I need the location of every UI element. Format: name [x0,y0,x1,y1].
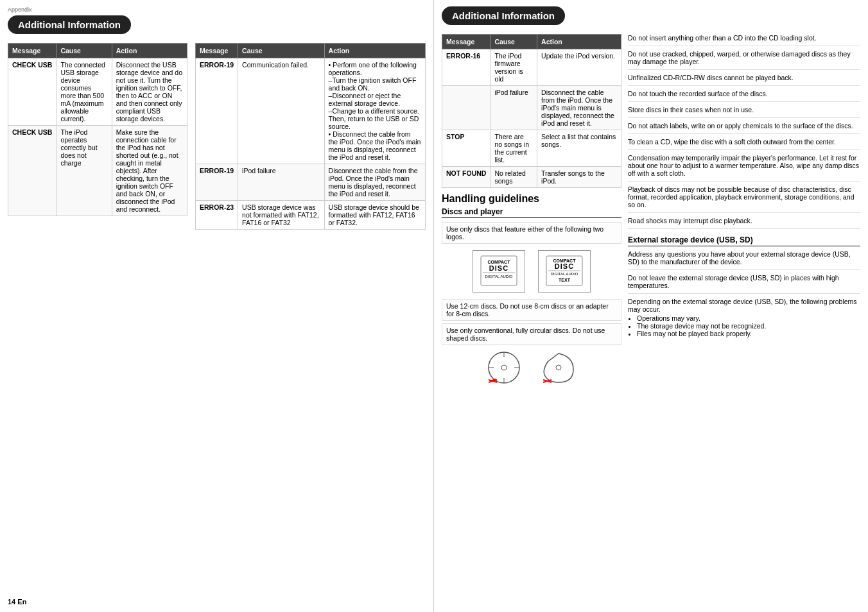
msg-action: USB storage device should be formatted w… [324,201,425,230]
note-store-cases: Store discs in their cases when not in u… [628,106,860,118]
svg-text:TEXT: TEXT [559,278,571,282]
msg-cause: The iPod operates correctly but does not… [56,126,112,216]
msg-key: ERROR-19 [196,164,238,201]
msg-key: NOT FOUND [442,167,490,188]
msg-action: Select a list that contains songs. [537,130,621,167]
note-condensation: Condensation may temporarily impair the … [628,154,860,182]
msg-key: CHECK USB [8,126,56,216]
note-recorded-surface: Do not touch the recorded surface of the… [628,90,860,102]
col-cause: Cause [490,35,537,49]
msg-cause: USB storage device was not formatted wit… [238,201,325,230]
note-clean-cd: To clean a CD, wipe the disc with a soft… [628,138,860,150]
msg-cause: No related songs [490,167,537,188]
svg-point-12 [501,365,507,370]
table-row: ERROR-19 Communication failed. • Perform… [196,58,426,164]
left-table-2: Message Cause Action ERROR-19 Communicat… [195,43,426,230]
col-cause: Cause [56,44,112,58]
msg-cause: iPod failure [238,164,325,201]
shaped-discs-row [442,350,621,386]
svg-text:COMPACT: COMPACT [488,260,511,264]
discs-intro: Use only discs that feature either of th… [442,222,621,244]
right-notes-column: Do not insert anything other than a CD i… [628,34,860,391]
left-table-1: Message Cause Action CHECK USB The conne… [8,43,187,230]
left-page: Appendix Additional Information Message … [0,0,434,612]
note-cd-slot: Do not insert anything other than a CD i… [628,34,860,46]
page-number: 14 En [8,598,26,606]
compact-disc-svg-2: COMPACT DISC DIGITAL AUDIO TEXT [545,255,584,287]
note-ext-problems: Depending on the external storage device… [628,298,860,341]
table-row: iPod failure Disconnect the cable from t… [442,86,621,130]
msg-key [442,86,490,130]
msg-cause: There are no songs in the current list. [490,130,537,167]
svg-text:DIGITAL AUDIO: DIGITAL AUDIO [485,275,512,278]
handling-guidelines-section: Handling guidelines Discs and player Use… [442,193,621,386]
discs-player-subtitle: Discs and player [442,207,621,218]
msg-action: Disconnect the USB storage device and do… [112,58,187,126]
table-row: ERROR-19 iPod failure Disconnect the cab… [196,164,426,201]
col-action: Action [324,44,425,58]
disc-logos-row: COMPACT DISC DIGITAL AUDIO COMPACT DISC [442,250,621,293]
right-left-column: Message Cause Action ERROR-16 The iPod f… [442,34,621,391]
col-cause: Cause [238,44,325,58]
table-row: ERROR-16 The iPod firmware version is ol… [442,49,621,86]
msg-key: ERROR-19 [196,58,238,164]
note-ext-questions: Address any questions you have about you… [628,250,860,270]
right-section-header: Additional Information [442,6,565,25]
msg-action: Update the iPod version. [537,49,621,86]
msg-key: ERROR-16 [442,49,490,86]
table-row: ERROR-23 USB storage device was not form… [196,201,426,230]
error-table-right: Message Cause Action ERROR-16 The iPod f… [442,34,621,188]
msg-cause: Communication failed. [238,58,325,164]
note-road-shocks: Road shocks may interrupt disc playback. [628,217,860,229]
msg-key: ERROR-23 [196,201,238,230]
msg-action: Disconnect the cable from the iPod. Once… [324,164,425,201]
ext-problems-list: Operations may vary. The storage device … [637,314,860,337]
msg-action: Disconnect the cable from the iPod. Once… [537,86,621,130]
col-action: Action [112,44,187,58]
disc-round-icon [487,350,522,386]
appendix-label: Appendix [8,6,426,13]
svg-text:DISC: DISC [555,262,574,270]
msg-cause: The connected USB storage device consume… [56,58,112,126]
svg-text:DIGITAL AUDIO: DIGITAL AUDIO [550,272,578,276]
bullet-files: Files may not be played back properly. [637,330,860,337]
msg-action: • Perform one of the following operation… [324,58,425,164]
compact-disc-logo-1: COMPACT DISC DIGITAL AUDIO [473,250,525,293]
table-row: CHECK USB The iPod operates correctly bu… [8,126,187,216]
check-usb-table: Message Cause Action CHECK USB The conne… [8,43,187,216]
msg-key: CHECK USB [8,58,56,126]
col-action: Action [537,35,621,49]
table-row: CHECK USB The connected USB storage devi… [8,58,187,126]
disc-shaped-icon [541,350,577,386]
col-message: Message [8,44,56,58]
left-section-header: Additional Information [8,15,131,34]
compact-disc-svg-1: COMPACT DISC DIGITAL AUDIO [480,255,518,287]
note-ext-temps: Do not leave the external storage device… [628,274,860,294]
msg-action: Transfer songs to the iPod. [537,167,621,188]
msg-action: Make sure the connection cable for the i… [112,126,187,216]
error-table-left: Message Cause Action ERROR-19 Communicat… [195,43,426,230]
col-message: Message [442,35,490,49]
table-row: STOP There are no songs in the current l… [442,130,621,167]
bullet-operations: Operations may vary. [637,314,860,322]
note-damaged-discs: Do not use cracked, chipped, warped, or … [628,50,860,70]
right-page: Additional Information Message Cause Act… [434,0,868,612]
table-row: NOT FOUND No related songs Transfer song… [442,167,621,188]
note-no-labels: Do not attach labels, write on or apply … [628,122,860,134]
disc-info-2: Use only conventional, fully circular di… [442,323,621,345]
note-unfinalized: Unfinalized CD-R/CD-RW discs cannot be p… [628,74,860,86]
ext-storage-title: External storage device (USB, SD) [628,235,860,246]
svg-text:DISC: DISC [489,264,508,272]
handling-title: Handling guidelines [442,193,621,205]
msg-cause: The iPod firmware version is old [490,49,537,86]
svg-point-21 [556,365,561,370]
disc-info-1: Use 12-cm discs. Do not use 8-cm discs o… [442,299,621,321]
col-message: Message [196,44,238,58]
msg-key: STOP [442,130,490,167]
bullet-not-recognized: The storage device may not be recognized… [637,322,860,330]
note-playback-possible: Playback of discs may not be possible be… [628,185,860,213]
compact-disc-logo-2: COMPACT DISC DIGITAL AUDIO TEXT [538,250,591,293]
msg-cause: iPod failure [490,86,537,130]
